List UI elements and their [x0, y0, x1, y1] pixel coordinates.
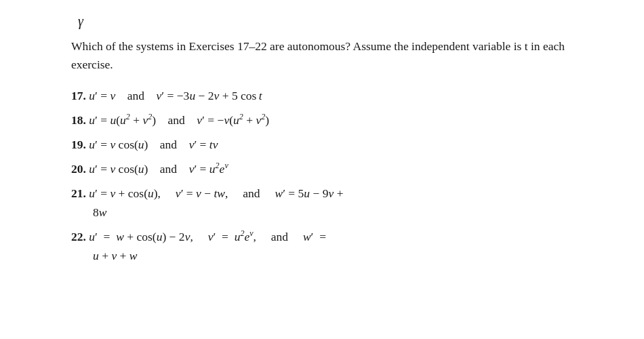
exercise-19-content: 19. u′ = v cos(u) and v′ = tv — [71, 135, 573, 154]
exercise-18-content: 18. u′ = u(u2 + v2) and v′ = −v(u2 + v2) — [71, 111, 573, 129]
ex19-number: 19. — [71, 135, 89, 154]
ex18-number: 18. — [71, 111, 89, 129]
exercise-19: 19. u′ = v cos(u) and v′ = tv — [71, 135, 573, 154]
exercise-20-content: 20. u′ = v cos(u) and v′ = u2ev — [71, 159, 573, 178]
exercise-21-content: 21. u′ = v + cos(u), v′ = v − tw, and w′… — [71, 184, 573, 222]
ex17-number: 17. — [71, 86, 89, 105]
ex21-math-wrap: 8w — [71, 203, 573, 222]
exercise-20: 20. u′ = v cos(u) and v′ = u2ev — [71, 159, 573, 178]
ex17-math: u′ = v and v′ = −3u − 2v + 5 cos t — [89, 86, 262, 105]
exercise-17-content: 17. u′ = v and v′ = −3u − 2v + 5 cos t — [71, 86, 573, 105]
ex19-math: u′ = v cos(u) and v′ = tv — [89, 135, 218, 154]
exercise-17: 17. u′ = v and v′ = −3u − 2v + 5 cos t — [71, 86, 573, 105]
ex21-number: 21. — [71, 184, 89, 203]
exercise-22: 22. u′ = w + cos(u) − 2v, v′ = u2ev, and… — [71, 227, 573, 265]
page-content: γ Which of the systems in Exercises 17–2… — [58, 0, 586, 284]
exercise-22-content: 22. u′ = w + cos(u) − 2v, v′ = u2ev, and… — [71, 227, 573, 265]
ex22-number: 22. — [71, 227, 89, 246]
exercise-list: 17. u′ = v and v′ = −3u − 2v + 5 cos t 1… — [71, 86, 573, 265]
ex20-math: u′ = v cos(u) and v′ = u2ev — [89, 159, 228, 178]
exercise-18: 18. u′ = u(u2 + v2) and v′ = −v(u2 + v2) — [71, 111, 573, 129]
ex22-math: u′ = w + cos(u) − 2v, v′ = u2ev, and w′ … — [89, 227, 326, 246]
gamma-symbol: γ — [78, 14, 573, 29]
ex18-math: u′ = u(u2 + v2) and v′ = −v(u2 + v2) — [89, 111, 269, 129]
intro-paragraph: Which of the systems in Exercises 17–22 … — [71, 37, 573, 74]
ex21-math: u′ = v + cos(u), v′ = v − tw, and w′ = 5… — [89, 184, 343, 203]
ex20-number: 20. — [71, 159, 89, 178]
exercise-21: 21. u′ = v + cos(u), v′ = v − tw, and w′… — [71, 184, 573, 222]
ex22-math-wrap: u + v + w — [71, 246, 573, 265]
